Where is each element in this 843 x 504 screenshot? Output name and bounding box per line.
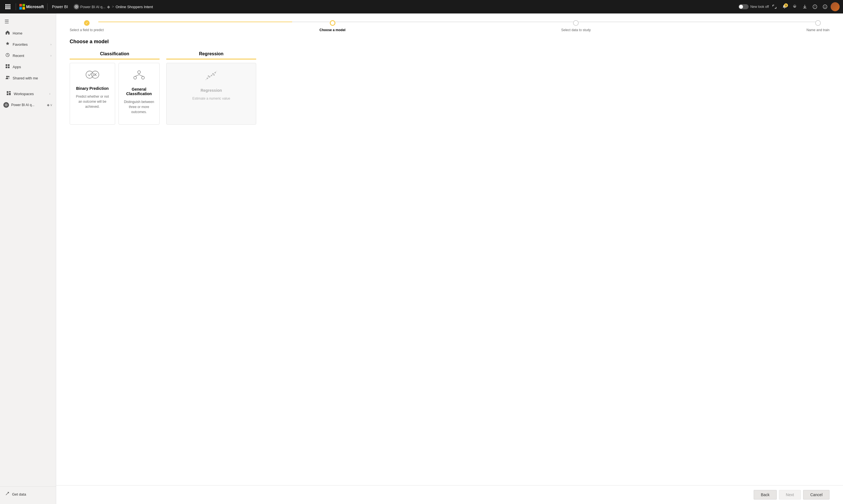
back-button[interactable]: Back [754,490,776,500]
svg-point-34 [207,78,208,79]
notification-button[interactable]: 1 [780,2,789,11]
waffle-menu-button[interactable] [3,2,12,11]
regression-desc: Estimate a numeric value [192,96,230,101]
sidebar-bottom: Get data [0,486,56,502]
svg-point-36 [211,75,212,76]
nav-divider-1 [16,3,16,10]
wizard-step-circle-3 [573,20,579,26]
avatar-image [831,2,840,11]
sidebar-item-workspaces[interactable]: Workspaces › [1,88,55,100]
svg-point-38 [214,72,216,73]
microsoft-logo [19,4,25,10]
svg-rect-4 [7,6,9,7]
svg-point-21 [6,76,8,77]
sidebar: ☰ Home Favorites › [0,14,56,504]
svg-rect-23 [7,91,8,93]
sidebar-item-get-data[interactable]: Get data [0,489,56,500]
breadcrumb-chevron-icon: > [112,5,114,9]
wizard-step-name-train[interactable]: Name and train [807,20,829,32]
help-button[interactable]: ? [810,2,820,11]
workspaces-chevron-icon: › [49,92,50,95]
svg-rect-26 [9,93,11,95]
nav-divider-2 [47,3,48,10]
svg-rect-5 [9,6,11,7]
svg-point-37 [212,73,214,75]
svg-rect-1 [7,4,9,6]
shared-icon [5,75,10,81]
breadcrumb: Power BI AI q... ◆ > Online Shoppers Int… [74,4,153,10]
breadcrumb-workspace[interactable]: Power BI AI q... [74,4,106,10]
svg-rect-2 [9,4,11,6]
model-categories: Classification [70,51,829,125]
svg-point-10 [76,6,77,7]
svg-text:?: ? [814,5,816,8]
svg-rect-7 [7,8,9,9]
svg-point-14 [824,6,825,7]
user-avatar[interactable] [831,2,840,11]
wizard-step-select-field[interactable]: ✓ Select a field to predict [70,20,104,32]
svg-point-35 [209,76,210,78]
apps-icon [5,64,10,70]
workspace-chevron-button[interactable]: ∨ [50,103,53,107]
svg-rect-18 [8,64,10,66]
cancel-button[interactable]: Cancel [803,490,829,500]
regression-title: Regression [201,88,222,93]
category-classification: Classification [70,51,159,125]
svg-point-13 [823,5,827,9]
settings-button[interactable] [790,2,799,11]
get-data-icon [5,492,9,497]
emoji-button[interactable] [821,2,829,11]
wizard-step-select-data[interactable]: Select data to study [561,20,591,32]
svg-rect-6 [5,8,7,9]
regression-icon [205,70,218,84]
home-icon [5,30,10,36]
sidebar-collapse-button[interactable]: ☰ [0,16,56,28]
general-classification-desc: Distinguish between three or more outcom… [123,100,155,114]
expand-button[interactable] [770,2,779,11]
wizard-step-label-1: Select a field to predict [70,28,104,32]
toggle-switch[interactable] [739,4,749,9]
svg-point-32 [134,76,137,79]
svg-point-29 [86,71,93,78]
wizard-step-circle-1: ✓ [84,20,90,26]
svg-point-15 [826,6,826,7]
next-button[interactable]: Next [779,490,801,500]
classification-cards: Binary Prediction Predict whether or not… [70,63,159,125]
category-regression-header: Regression [166,51,256,59]
page-title: Choose a model [70,39,829,44]
microsoft-branding: Microsoft [19,4,44,10]
wizard-step-label-3: Select data to study [561,28,591,32]
recent-chevron-icon: › [51,54,51,57]
svg-rect-8 [9,8,11,9]
breadcrumb-diamond-icon: ◆ [107,4,110,9]
model-card-binary-prediction[interactable]: Binary Prediction Predict whether or not… [70,63,115,125]
workspace-diamond-button[interactable]: ◆ [47,103,49,107]
svg-rect-0 [5,4,7,6]
sidebar-item-recent[interactable]: Recent › [0,50,56,61]
model-card-general-classification[interactable]: General Classification Distinguish betwe… [119,63,159,125]
svg-rect-24 [9,91,11,92]
footer-bar: Back Next Cancel [56,485,843,504]
workspace-item-actions: ◆ ∨ [47,103,53,107]
download-button[interactable] [800,2,809,11]
workspace-icon [74,4,79,10]
sidebar-item-home[interactable]: Home [0,28,56,39]
svg-point-22 [8,76,10,77]
workspace-item[interactable]: Power BI AI q... ◆ ∨ [0,100,56,111]
binary-prediction-desc: Predict whether or not an outcome will b… [74,94,110,109]
top-nav-right: New look off 1 ? [739,2,840,11]
wizard-step-circle-2 [330,20,336,26]
sidebar-item-shared[interactable]: Shared with me [0,72,56,84]
new-look-toggle[interactable]: New look off [739,4,769,9]
recent-icon [5,53,10,58]
page-content: Choose a model Classification [56,32,843,485]
svg-point-31 [138,71,140,73]
sidebar-item-favorites[interactable]: Favorites › [0,39,56,50]
svg-point-39 [208,75,209,77]
binary-prediction-title: Binary Prediction [76,86,109,91]
general-classification-title: General Classification [123,87,155,96]
general-classification-icon [133,70,145,83]
sidebar-item-apps[interactable]: Apps [0,61,56,72]
wizard-step-choose-model[interactable]: Choose a model [320,20,345,32]
svg-point-28 [6,105,7,106]
